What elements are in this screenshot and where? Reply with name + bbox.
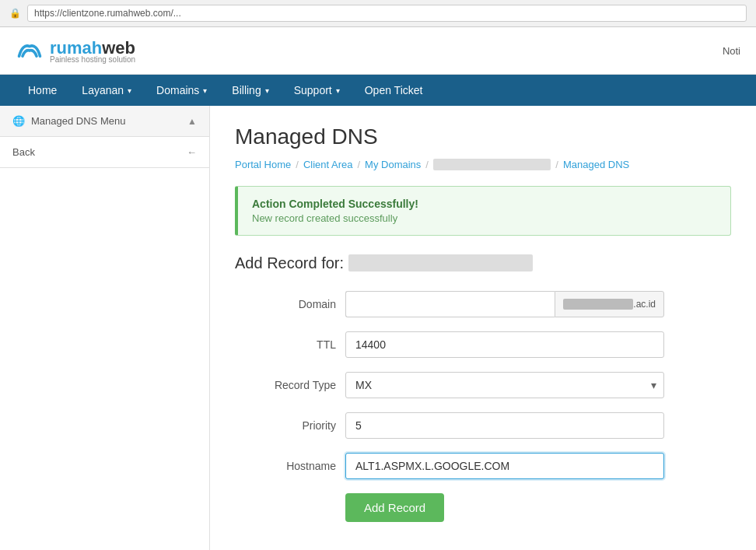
logo-icon [16,37,44,65]
globe-icon: 🌐 [12,115,25,127]
record-type-label: Record Type [235,379,336,391]
nav-support[interactable]: Support ▾ [282,75,352,106]
browser-url[interactable]: https://clientzone.rumahweb.com/... [27,5,747,22]
browser-bar: 🔒 https://clientzone.rumahweb.com/... [0,0,756,27]
section-title-prefix: Add Record for: [235,254,348,271]
add-record-form: Domain .p█████████.ac.id TTL Record Type [235,291,731,522]
domain-input-group: .p█████████.ac.id [345,291,664,317]
breadcrumb-sep-1: / [296,159,299,170]
sidebar-header: 🌐 Managed DNS Menu ▲ [0,106,209,137]
alert-title: Action Completed Successfully! [252,198,716,210]
nav-open-ticket[interactable]: Open Ticket [352,75,436,106]
breadcrumb-client-area[interactable]: Client Area [303,159,353,170]
priority-input[interactable] [345,412,664,439]
breadcrumb-managed-dns: Managed DNS [563,159,629,170]
hostname-input[interactable] [345,453,664,479]
form-row-record-type: Record Type A AAAA CNAME MX TXT NS SRV [235,372,731,398]
site-header: rumahweb Painless hosting solution Noti [0,27,756,75]
domain-suffix: .p█████████.ac.id [555,291,664,317]
breadcrumb-sep-3: / [425,159,429,170]
nav-layanan-arrow: ▾ [128,86,131,95]
nav-layanan[interactable]: Layanan ▾ [69,75,144,106]
nav-billing[interactable]: Billing ▾ [219,75,281,106]
lock-icon: 🔒 [9,8,21,19]
alert-success: Action Completed Successfully! New recor… [235,186,731,236]
breadcrumb-sep-4: / [555,159,558,170]
section-title-domain: p████████████.ac.id [348,254,533,271]
form-row-submit: Add Record [235,493,731,522]
sidebar-header-left: 🌐 Managed DNS Menu [12,115,125,127]
form-row-priority: Priority [235,412,731,439]
form-row-domain: Domain .p█████████.ac.id [235,291,731,317]
domain-input[interactable] [345,291,555,317]
add-record-button[interactable]: Add Record [345,493,444,522]
record-type-select-wrapper: A AAAA CNAME MX TXT NS SRV [345,372,664,398]
main-nav: Home Layanan ▾ Domains ▾ Billing ▾ Suppo… [0,75,756,106]
ttl-label: TTL [235,338,336,351]
sidebar-menu-label: Managed DNS Menu [31,115,125,127]
section-title: Add Record for: p████████████.ac.id [235,254,731,272]
priority-label: Priority [235,419,336,432]
sidebar-back-label: Back [12,146,35,158]
nav-billing-arrow: ▾ [265,86,269,95]
nav-domains[interactable]: Domains ▾ [144,75,219,106]
sidebar-back-item[interactable]: Back ← [0,137,209,168]
header-noti: Noti [723,45,740,57]
domain-label: Domain [235,298,336,310]
nav-domains-arrow: ▾ [203,86,207,95]
nav-home[interactable]: Home [16,75,69,106]
page-layout: 🌐 Managed DNS Menu ▲ Back ← Managed DNS … [0,106,756,550]
sidebar: 🌐 Managed DNS Menu ▲ Back ← [0,106,210,550]
nav-support-arrow: ▾ [336,86,340,95]
breadcrumb: Portal Home / Client Area / My Domains /… [235,159,731,170]
record-type-select[interactable]: A AAAA CNAME MX TXT NS SRV [345,372,664,398]
domain-suffix-blurred: .p█████████ [563,299,634,310]
page-title: Managed DNS [235,124,731,149]
breadcrumb-portal-home[interactable]: Portal Home [235,159,291,170]
breadcrumb-domain-blurred: ████████████████ [433,159,551,170]
logo-tagline: Painless hosting solution [50,55,135,64]
form-row-hostname: Hostname [235,453,731,479]
ttl-input[interactable] [345,331,664,358]
form-row-ttl: TTL [235,331,731,358]
sidebar-chevron-icon: ▲ [187,116,197,127]
back-arrow-icon: ← [187,146,197,158]
alert-msg: New record created successfully [252,212,716,224]
breadcrumb-my-domains[interactable]: My Domains [365,159,421,170]
hostname-label: Hostname [235,460,336,472]
logo: rumahweb Painless hosting solution [16,37,135,65]
main-content: Managed DNS Portal Home / Client Area / … [210,106,756,550]
breadcrumb-sep-2: / [357,159,360,170]
